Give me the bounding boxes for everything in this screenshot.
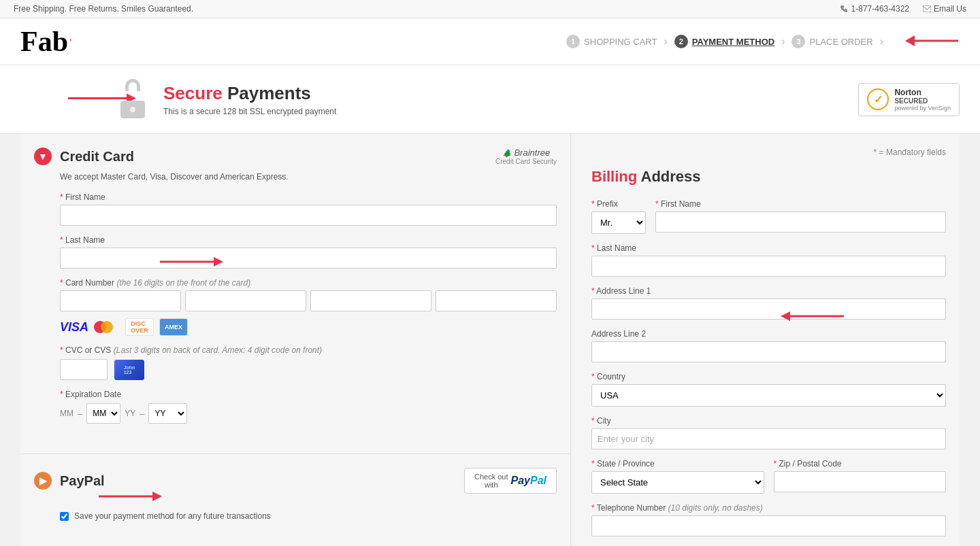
logo-dot: . — [69, 33, 72, 43]
expiry-year-select[interactable]: YY 2024202520262027 202820292030 — [148, 403, 187, 424]
first-name-input[interactable] — [60, 205, 557, 226]
city-label: * City — [591, 416, 946, 426]
secure-title: Secure Payments — [163, 83, 336, 104]
zip-input[interactable] — [774, 471, 947, 492]
top-bar-right: 1-877-463-4322 Email Us — [840, 4, 966, 14]
address1-field: * Address Line 1 — [591, 286, 946, 320]
card-number-input-1[interactable] — [60, 290, 181, 311]
accept-text: We accept Master Card, Visa, Discover an… — [60, 172, 557, 182]
breadcrumb-item-3: 3 PLACE ORDER — [786, 32, 878, 51]
card-number-input-3[interactable] — [310, 290, 431, 311]
address2-input[interactable] — [591, 341, 946, 362]
secure-title-red: Secure — [163, 83, 223, 103]
last-name-field-group: * Last Name — [60, 235, 557, 269]
billing-last-name-input[interactable] — [591, 256, 946, 277]
zip-label: * Zip / Postal Code — [774, 459, 947, 468]
billing-lastname-label: * Last Name — [591, 243, 946, 253]
expiry-dash-1: – — [78, 409, 82, 419]
billing-title-black: Address — [641, 168, 701, 185]
phone-input[interactable] — [591, 515, 946, 536]
verisign-text: powered by VeriSign — [894, 105, 951, 112]
breadcrumb-num-1: 1 — [566, 35, 580, 48]
phone-field: * Telephone Number (10 digits only, no d… — [591, 503, 946, 536]
address1-input[interactable] — [591, 298, 946, 320]
expiry-inputs: MM – MM 01020304 05060708 09101112 YY – … — [60, 403, 557, 424]
state-select[interactable]: Select State ALAKAZAR CACOCTDE FLGAHIID … — [591, 471, 764, 494]
promo-text: Free Shipping. Free Returns. Smiles Guar… — [14, 4, 193, 14]
lock-icon — [116, 79, 150, 120]
braintree-logo: 🌲 Braintree Credit Card Security — [495, 148, 557, 165]
lock-keyhole — [130, 107, 135, 112]
paypal-toggle[interactable]: ▶ — [34, 472, 52, 490]
country-select[interactable]: USA Canada United Kingdom — [591, 384, 946, 407]
paypal-body: Save your payment method for any future … — [34, 511, 557, 521]
email-icon — [923, 5, 931, 12]
breadcrumb-num-2: 2 — [674, 35, 688, 48]
expiry-month-select[interactable]: MM 01020304 05060708 09101112 — [86, 403, 120, 424]
checkout-with-label: Check outwith — [474, 473, 508, 489]
mastercard-icon — [94, 320, 120, 335]
address2-field: Address Line 2 — [591, 329, 946, 362]
expiry-field-group: * Expiration Date MM – MM 01020304 05060… — [60, 390, 557, 424]
address1-label: * Address Line 1 — [591, 286, 946, 296]
breadcrumb-label-2: PAYMENT METHOD — [692, 37, 774, 47]
billing-title: Billing Address — [591, 168, 946, 186]
billing-address-panel: * = Mandatory fields Billing Address * P… — [571, 134, 960, 546]
breadcrumb-label-1: SHOPPING CART — [584, 37, 657, 47]
last-name-billing-field: * Last Name — [591, 243, 946, 277]
expiry-mm-label: MM — [60, 409, 74, 418]
city-input[interactable] — [591, 428, 946, 449]
city-row: * City — [591, 416, 946, 449]
phone-row: * Telephone Number (10 digits only, no d… — [591, 503, 946, 536]
card-number-field-group: * Card Number (the 16 digits on the fron… — [60, 278, 557, 336]
expiry-dash-2: – — [140, 409, 144, 419]
prefix-label: * Prefix — [591, 199, 646, 209]
state-field: * State / Province Select State ALAKAZAR… — [591, 459, 764, 494]
breadcrumb-item-1: 1 SHOPPING CART — [561, 32, 662, 51]
secure-text-block: Secure Payments This is a secure 128 bit… — [163, 83, 336, 116]
credit-card-toggle[interactable]: ▼ — [34, 148, 52, 165]
lock-shackle — [125, 79, 140, 91]
cvc-input[interactable] — [60, 359, 108, 380]
paypal-title: PayPal — [60, 473, 105, 489]
prefix-select[interactable]: Mr. Mrs. Ms. Dr. — [591, 211, 646, 234]
braintree-subtitle: Credit Card Security — [495, 158, 557, 165]
address2-row: Address Line 2 — [591, 329, 946, 362]
cvc-card-image: John123 — [114, 360, 144, 380]
secure-left: Secure Payments This is a secure 128 bit… — [116, 79, 336, 120]
breadcrumb-chevron-3: › — [880, 35, 883, 48]
billing-firstname-label: * First Name — [655, 199, 946, 209]
credit-card-section-header: ▼ Credit Card 🌲 Braintree Credit Card Se… — [20, 134, 570, 165]
credit-card-form: We accept Master Card, Visa, Discover an… — [20, 165, 570, 447]
amex-icon: AMEX — [159, 318, 188, 336]
discover-icon: DISCOVER — [125, 318, 154, 336]
billing-title-red: Billing — [591, 168, 637, 185]
last-name-label: * Last Name — [60, 235, 557, 245]
billing-first-name-input[interactable] — [655, 211, 946, 233]
address2-label: Address Line 2 — [591, 329, 946, 339]
card-icons: VISA DISCOVER AMEX — [60, 318, 557, 336]
card-number-inputs — [60, 290, 557, 311]
address1-row: * Address Line 1 — [591, 286, 946, 320]
main-content: ▼ Credit Card 🌲 Braintree Credit Card Se… — [0, 134, 980, 546]
state-label: * State / Province — [591, 459, 764, 468]
norton-checkmark: ✓ — [867, 88, 889, 110]
expiry-yy-label: YY — [125, 409, 135, 418]
phone-icon — [840, 5, 849, 13]
breadcrumb-item-2: 2 PAYMENT METHOD — [669, 32, 780, 51]
norton-secured: SECURED — [894, 97, 951, 105]
first-name-billing-field: * First Name — [655, 199, 946, 234]
cvc-label: * CVC or CVS (Last 3 digits on back of c… — [60, 345, 557, 355]
card-number-input-2[interactable] — [185, 290, 306, 311]
card-number-input-4[interactable] — [436, 290, 557, 311]
city-field: * City — [591, 416, 946, 449]
breadcrumb-chevron-2: › — [781, 35, 785, 48]
secure-payments-section: Secure Payments This is a secure 128 bit… — [0, 65, 980, 134]
last-name-input[interactable] — [60, 248, 557, 269]
braintree-name: 🌲 Braintree — [495, 148, 557, 158]
paypal-header: ▶ PayPal Check outwith PayPal — [34, 468, 557, 500]
expiry-label: * Expiration Date — [60, 390, 557, 399]
save-payment-checkbox[interactable] — [60, 512, 69, 521]
country-row: * Country USA Canada United Kingdom — [591, 372, 946, 407]
paypal-checkout-button[interactable]: Check outwith PayPal — [464, 468, 557, 494]
